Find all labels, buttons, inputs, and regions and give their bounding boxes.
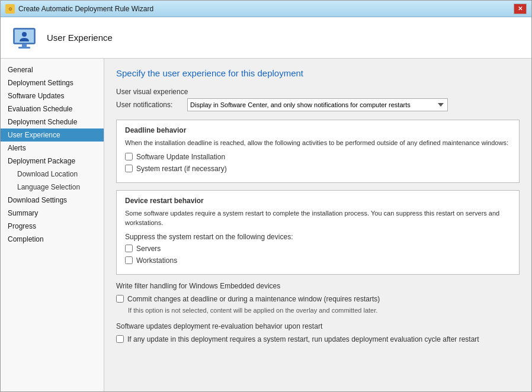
re-evaluation-section: Software updates deployment re-evaluatio… bbox=[116, 322, 520, 343]
write-filter-note: If this option is not selected, content … bbox=[128, 307, 520, 314]
device-restart-title: Device restart behavior bbox=[125, 197, 511, 205]
sidebar-item-download-location[interactable]: Download Location bbox=[1, 168, 104, 181]
deadline-behavior-desc: When the installation deadline is reache… bbox=[125, 138, 511, 148]
software-update-install-label: Software Update Installation bbox=[136, 153, 225, 161]
user-notifications-label: User notifications: bbox=[116, 101, 181, 109]
sidebar-item-deployment-settings[interactable]: Deployment Settings bbox=[1, 76, 104, 89]
re-evaluation-row: If any update in this deployment require… bbox=[116, 335, 520, 343]
sidebar-item-completion[interactable]: Completion bbox=[1, 233, 104, 246]
sidebar-item-language-selection[interactable]: Language Selection bbox=[1, 181, 104, 194]
servers-checkbox[interactable] bbox=[125, 245, 133, 252]
content-title: Specify the user experience for this dep… bbox=[116, 68, 520, 78]
window-icon: ⚙ bbox=[5, 4, 15, 14]
re-evaluation-label: If any update in this deployment require… bbox=[127, 335, 479, 343]
workstations-label: Workstations bbox=[136, 256, 177, 265]
sidebar-item-deployment-package[interactable]: Deployment Package bbox=[1, 155, 104, 168]
sidebar-item-progress[interactable]: Progress bbox=[1, 220, 104, 233]
title-buttons: ✕ bbox=[514, 4, 527, 14]
header-title: User Experience bbox=[47, 33, 113, 43]
system-restart-row: System restart (if necessary) bbox=[125, 165, 511, 173]
re-evaluation-title: Software updates deployment re-evaluatio… bbox=[116, 322, 520, 330]
sidebar-item-deployment-schedule[interactable]: Deployment Schedule bbox=[1, 115, 104, 128]
user-notifications-select[interactable]: Display in Software Center, and only sho… bbox=[187, 98, 448, 111]
servers-row: Servers bbox=[125, 245, 511, 253]
software-update-install-row: Software Update Installation bbox=[125, 153, 511, 161]
sidebar-item-alerts[interactable]: Alerts bbox=[1, 142, 104, 155]
commit-changes-row: Commit changes at deadline or during a m… bbox=[116, 295, 520, 303]
sidebar-item-download-settings[interactable]: Download Settings bbox=[1, 194, 104, 207]
write-filter-section: Write filter handling for Windows Embedd… bbox=[116, 282, 520, 314]
software-update-install-checkbox[interactable] bbox=[125, 153, 133, 160]
workstations-checkbox[interactable] bbox=[125, 256, 133, 264]
system-restart-label: System restart (if necessary) bbox=[136, 165, 227, 173]
user-notifications-row: User notifications: Display in Software … bbox=[116, 98, 520, 111]
svg-text:⚙: ⚙ bbox=[8, 7, 12, 12]
main-window: ⚙ Create Automatic Deployment Rule Wizar… bbox=[0, 0, 532, 392]
servers-label: Servers bbox=[136, 245, 161, 253]
write-filter-title: Write filter handling for Windows Embedd… bbox=[116, 282, 520, 290]
deadline-behavior-group: Deadline behavior When the installation … bbox=[116, 120, 520, 183]
header-icon bbox=[10, 24, 39, 52]
svg-point-6 bbox=[22, 32, 27, 37]
svg-rect-5 bbox=[18, 47, 30, 49]
sidebar-item-software-updates[interactable]: Software Updates bbox=[1, 89, 104, 102]
system-restart-checkbox[interactable] bbox=[125, 165, 133, 172]
sidebar-item-evaluation-schedule[interactable]: Evaluation Schedule bbox=[1, 102, 104, 115]
main-area: GeneralDeployment SettingsSoftware Updat… bbox=[1, 59, 531, 391]
sidebar: GeneralDeployment SettingsSoftware Updat… bbox=[1, 59, 104, 391]
user-visual-experience-label: User visual experience bbox=[116, 88, 520, 96]
title-bar: ⚙ Create Automatic Deployment Rule Wizar… bbox=[1, 1, 531, 17]
sidebar-item-general[interactable]: General bbox=[1, 63, 104, 76]
user-visual-experience-section: User visual experience User notification… bbox=[116, 88, 520, 111]
workstations-row: Workstations bbox=[125, 256, 511, 265]
window-title: Create Automatic Deployment Rule Wizard bbox=[18, 5, 153, 13]
device-restart-desc: Some software updates require a system r… bbox=[125, 208, 511, 228]
content-area: Specify the user experience for this dep… bbox=[104, 59, 531, 391]
commit-changes-label: Commit changes at deadline or during a m… bbox=[127, 295, 380, 303]
sidebar-item-user-experience[interactable]: User Experience bbox=[1, 128, 104, 142]
device-restart-behavior-group: Device restart behavior Some software up… bbox=[116, 190, 520, 275]
sidebar-item-summary[interactable]: Summary bbox=[1, 207, 104, 220]
deadline-behavior-title: Deadline behavior bbox=[125, 126, 511, 134]
header-area: User Experience bbox=[1, 17, 531, 59]
re-evaluation-checkbox[interactable] bbox=[116, 335, 124, 343]
suppress-label: Suppress the system restart on the follo… bbox=[125, 233, 511, 241]
title-bar-left: ⚙ Create Automatic Deployment Rule Wizar… bbox=[5, 4, 153, 14]
close-button[interactable]: ✕ bbox=[514, 4, 527, 14]
commit-changes-checkbox[interactable] bbox=[116, 295, 124, 303]
